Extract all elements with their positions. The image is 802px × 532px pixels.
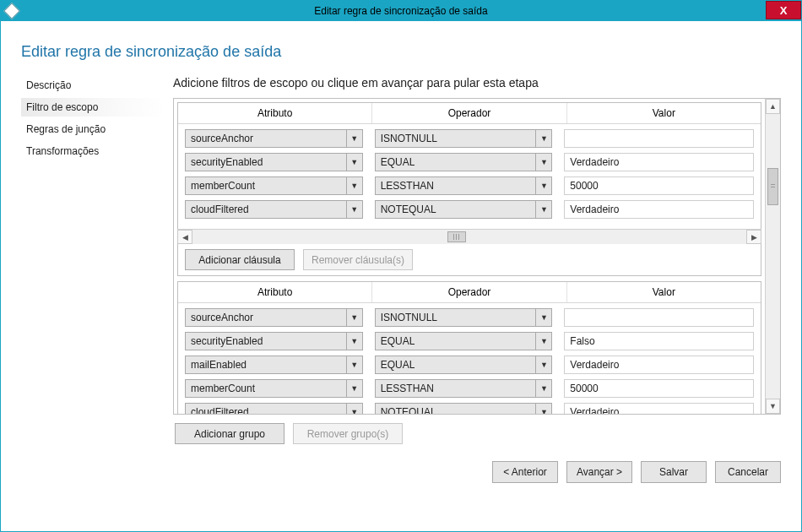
chevron-down-icon[interactable]: ▼ — [346, 356, 363, 374]
chevron-down-icon[interactable]: ▼ — [535, 176, 552, 195]
operator-dropdown[interactable]: LESSTHAN ▼ — [375, 176, 553, 195]
chevron-down-icon[interactable]: ▼ — [346, 129, 363, 148]
chevron-down-icon[interactable]: ▼ — [346, 332, 363, 350]
attribute-dropdown[interactable]: cloudFiltered ▼ — [185, 403, 363, 414]
attribute-value: securityEnabled — [185, 332, 346, 350]
sidebar-item-scope-filter[interactable]: Filtro de escopo — [21, 98, 165, 117]
chevron-down-icon[interactable]: ▼ — [346, 403, 363, 414]
operator-dropdown[interactable]: EQUAL ▼ — [375, 356, 553, 374]
col-value: Valor — [567, 282, 761, 302]
value-input[interactable]: Verdadeiro — [564, 153, 754, 171]
close-button[interactable]: X — [766, 1, 801, 19]
content-area: Editar regra de sincronização de saída D… — [1, 21, 801, 531]
save-button[interactable]: Salvar — [641, 461, 707, 483]
group-button-row: Adicionar grupo Remover grupo(s) — [175, 423, 781, 444]
main-panel: Adicione filtros de escopo ou clique em … — [173, 76, 781, 516]
attribute-value: cloudFiltered — [185, 200, 346, 219]
group-header: Atributo Operador Valor — [178, 103, 761, 124]
value-input[interactable]: Verdadeiro — [564, 403, 754, 414]
operator-value: EQUAL — [375, 332, 536, 350]
scroll-down-icon[interactable]: ▼ — [766, 399, 780, 414]
chevron-down-icon[interactable]: ▼ — [535, 332, 552, 350]
operator-dropdown[interactable]: EQUAL ▼ — [375, 153, 553, 171]
value-input[interactable]: Falso — [564, 332, 754, 350]
attribute-dropdown[interactable]: securityEnabled ▼ — [185, 153, 363, 171]
horizontal-scrollbar[interactable]: ◀ ▶ — [177, 229, 761, 244]
remove-clause-button[interactable]: Remover cláusula(s) — [303, 249, 413, 270]
scroll-thumb[interactable] — [447, 231, 466, 242]
chevron-down-icon[interactable]: ▼ — [346, 200, 363, 219]
chevron-down-icon[interactable]: ▼ — [535, 200, 552, 219]
col-value: Valor — [567, 103, 761, 123]
remove-group-button[interactable]: Remover grupo(s) — [293, 423, 403, 444]
chevron-down-icon[interactable]: ▼ — [346, 379, 363, 398]
scroll-right-icon[interactable]: ▶ — [746, 230, 761, 244]
operator-value: ISNOTNULL — [375, 308, 536, 327]
col-attribute: Atributo — [178, 282, 372, 302]
col-operator: Operador — [372, 282, 566, 302]
attribute-value: securityEnabled — [185, 153, 346, 171]
app-window: Editar regra de sincronização de saída X… — [0, 0, 802, 532]
attribute-value: sourceAnchor — [185, 308, 346, 327]
wizard-sidebar: Descrição Filtro de escopo Regras de jun… — [21, 76, 173, 516]
instruction-text: Adicione filtros de escopo ou clique em … — [173, 76, 781, 90]
group-rows: sourceAnchor ▼ ISNOTNULL ▼ — [178, 124, 761, 229]
group-header: Atributo Operador Valor — [178, 282, 761, 303]
scroll-up-icon[interactable]: ▲ — [766, 99, 780, 114]
attribute-dropdown[interactable]: mailEnabled ▼ — [185, 356, 363, 374]
chevron-down-icon[interactable]: ▼ — [346, 153, 363, 171]
attribute-value: memberCount — [185, 379, 346, 398]
chevron-down-icon[interactable]: ▼ — [535, 129, 552, 148]
operator-dropdown[interactable]: ISNOTNULL ▼ — [375, 129, 553, 148]
operator-value: EQUAL — [375, 153, 536, 171]
value-input[interactable]: 50000 — [564, 379, 754, 398]
clause-button-row: Adicionar cláusula Remover cláusula(s) — [178, 244, 761, 275]
chevron-down-icon[interactable]: ▼ — [535, 308, 552, 327]
filter-group: Atributo Operador Valor sourceAnchor ▼ — [177, 281, 761, 414]
value-input[interactable] — [564, 129, 754, 148]
cancel-button[interactable]: Cancelar — [715, 461, 781, 483]
scroll-left-icon[interactable]: ◀ — [177, 230, 192, 244]
operator-value: LESSTHAN — [375, 379, 536, 398]
attribute-dropdown[interactable]: cloudFiltered ▼ — [185, 200, 363, 219]
chevron-down-icon[interactable]: ▼ — [346, 308, 363, 327]
attribute-value: cloudFiltered — [185, 403, 346, 414]
close-icon: X — [780, 4, 788, 17]
sidebar-item-join-rules[interactable]: Regras de junção — [21, 120, 165, 138]
chevron-down-icon[interactable]: ▼ — [535, 379, 552, 398]
sidebar-item-transformations[interactable]: Transformações — [21, 142, 165, 160]
chevron-down-icon[interactable]: ▼ — [535, 153, 552, 171]
scroll-track[interactable] — [192, 230, 746, 244]
clause-row: sourceAnchor ▼ ISNOTNULL ▼ — [185, 308, 754, 327]
operator-dropdown[interactable]: NOTEQUAL ▼ — [375, 200, 553, 219]
operator-dropdown[interactable]: NOTEQUAL ▼ — [375, 403, 553, 414]
attribute-dropdown[interactable]: sourceAnchor ▼ — [185, 308, 363, 327]
previous-button[interactable]: < Anterior — [492, 461, 558, 483]
value-input[interactable]: Verdadeiro — [564, 200, 754, 219]
chevron-down-icon[interactable]: ▼ — [535, 403, 552, 414]
operator-dropdown[interactable]: ISNOTNULL ▼ — [375, 308, 553, 327]
attribute-dropdown[interactable]: memberCount ▼ — [185, 176, 363, 195]
attribute-dropdown[interactable]: securityEnabled ▼ — [185, 332, 363, 350]
operator-value: ISNOTNULL — [375, 129, 536, 148]
col-attribute: Atributo — [178, 103, 372, 123]
add-clause-button[interactable]: Adicionar cláusula — [185, 249, 295, 270]
value-input[interactable]: Verdadeiro — [564, 356, 754, 374]
next-button[interactable]: Avançar > — [566, 461, 632, 483]
vertical-scrollbar[interactable]: ▲ ▼ — [765, 99, 780, 414]
value-input[interactable]: 50000 — [564, 176, 754, 195]
sidebar-item-description[interactable]: Descrição — [21, 76, 165, 95]
add-group-button[interactable]: Adicionar grupo — [175, 423, 284, 444]
scroll-thumb[interactable] — [767, 168, 778, 205]
chevron-down-icon[interactable]: ▼ — [346, 176, 363, 195]
clause-row: memberCount ▼ LESSTHAN ▼ 50000 — [185, 176, 754, 195]
value-input[interactable] — [564, 308, 754, 327]
operator-dropdown[interactable]: EQUAL ▼ — [375, 332, 553, 350]
attribute-dropdown[interactable]: memberCount ▼ — [185, 379, 363, 398]
app-icon — [3, 3, 20, 19]
chevron-down-icon[interactable]: ▼ — [535, 356, 552, 374]
titlebar: Editar regra de sincronização de saída X — [1, 1, 801, 21]
operator-dropdown[interactable]: LESSTHAN ▼ — [375, 379, 553, 398]
attribute-dropdown[interactable]: sourceAnchor ▼ — [185, 129, 363, 148]
group-rows: sourceAnchor ▼ ISNOTNULL ▼ — [178, 303, 761, 414]
